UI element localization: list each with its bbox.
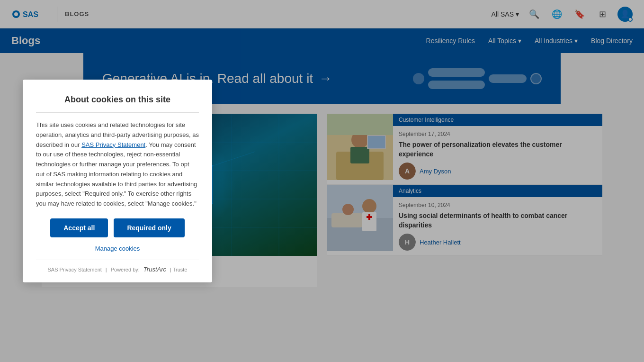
trustarc-logo: TrustArc (143, 266, 166, 273)
footer-privacy-text: SAS Privacy Statement (48, 267, 102, 272)
required-only-button[interactable]: Required only (114, 218, 184, 237)
footer-separator: | (106, 267, 107, 272)
cookie-overlay: About cookies on this site This site use… (0, 0, 644, 306)
footer-powered-text: Powered by: (111, 267, 140, 272)
privacy-statement-link[interactable]: SAS Privacy Statement (81, 141, 145, 148)
cookie-footer: SAS Privacy Statement | Powered by: Trus… (36, 260, 199, 273)
cookie-buttons: Accept all Required only (36, 218, 199, 237)
accept-all-button[interactable]: Accept all (50, 218, 108, 237)
cookie-modal-body: This site uses cookies and related techn… (36, 120, 199, 209)
cookie-modal: About cookies on this site This site use… (23, 80, 212, 282)
truste-text: | Truste (170, 267, 187, 272)
manage-cookies-link[interactable]: Manage cookies (36, 245, 199, 252)
cookie-modal-title: About cookies on this site (36, 95, 199, 113)
